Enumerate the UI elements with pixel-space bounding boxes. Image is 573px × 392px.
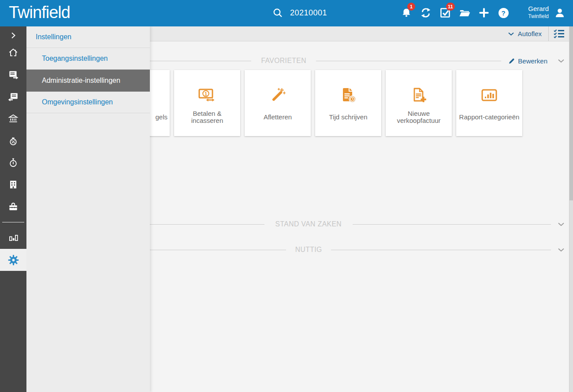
help-icon: ? [499,8,509,18]
menu-item-label: Omgevingsinstellingen [42,98,113,106]
user-avatar-button[interactable] [554,7,566,19]
favorite-tile-afletteren[interactable]: Afletteren [245,70,311,136]
user-organisation: Twinfield [528,13,549,20]
sidebar-item-toolbox[interactable] [0,198,26,215]
settings-flyout-menu: Instellingen Toegangsinstellingen Admini… [26,26,150,392]
divider-line [353,224,551,225]
edit-label: Bewerken [518,57,547,65]
tile-label: Tijd schrijven [315,109,381,126]
menu-item-toegangsinstellingen[interactable]: Toegangsinstellingen [26,48,150,70]
tile-label: Rapport-categorieën [456,109,522,126]
sidebar-item-home[interactable] [0,44,26,61]
favorite-tile-rapport-categorieen[interactable]: Rapport-categorieën [456,70,522,136]
menu-item-omgevingsinstellingen[interactable]: Omgevingsinstellingen [26,92,150,113]
favorite-tile-tijd-schrijven[interactable]: Tijd schrijven [315,70,381,136]
gear-icon [7,254,19,266]
divider-line [331,250,551,250]
collapse-chevron-icon[interactable] [558,59,564,63]
document-in-icon [7,91,19,102]
sidebar-item-company[interactable] [0,176,26,193]
pencil-icon [508,58,515,64]
stopwatch-icon [7,157,19,168]
building-icon [7,179,19,190]
notifications-button[interactable]: 1 [400,6,413,19]
tile-label: Nieuwe verkoopfactuur [386,109,452,126]
search-input[interactable]: 20210001 [290,8,327,18]
user-name: Gerard [528,4,549,13]
sidebar-item-sales-invoices[interactable] [0,66,26,83]
folder-open-icon [458,7,471,18]
menu-header-instellingen[interactable]: Instellingen [26,26,150,48]
files-button[interactable] [458,6,471,19]
menu-header-label: Instellingen [36,33,71,41]
plus-icon [478,7,490,18]
useful-title: NUTTIG [295,245,322,254]
sidebar-item-bank[interactable] [0,110,26,127]
chevron-down-icon [508,32,514,36]
autoflex-dropdown[interactable]: Autoflex [508,30,542,37]
checklist-button[interactable] [554,29,565,39]
tile-label: Afletteren [245,109,311,126]
home-icon [7,47,19,58]
svg-text:1: 1 [205,91,207,96]
edit-button[interactable]: Bewerken [508,57,547,65]
tile-label: Betalen & incasseren [174,109,240,126]
help-button[interactable]: ? [497,6,510,19]
chevron-right-icon [8,30,19,41]
collapse-chevron-icon[interactable] [558,248,564,252]
sidebar-item-purchase-invoices[interactable] [0,88,26,105]
app-window: Autoflex FAVORIETEN Bewerken [0,0,573,392]
divider-line [316,61,501,61]
checklist-icon [554,29,565,39]
sidebar [0,26,26,392]
sidebar-expand-button[interactable] [0,26,26,44]
bar-chart-icon [7,231,19,243]
scrollbar-thumb[interactable] [569,26,573,200]
toolbox-icon [7,201,19,212]
chart-panel-icon [481,89,498,102]
document-clock-icon [340,87,357,103]
money-transfer-icon: 1 [198,88,216,102]
sidebar-item-reports[interactable] [0,228,26,246]
sync-icon [420,7,432,18]
document-out-icon [7,69,19,80]
search-icon[interactable] [272,7,283,18]
percent-pouch-icon [7,135,19,146]
top-navigation-bar: Twinfield 20210001 1 [0,0,573,26]
notification-count-badge: 1 [407,3,415,11]
autoflex-label: Autoflex [518,30,542,37]
favorite-tile-nieuwe-verkoopfactuur[interactable]: Nieuwe verkoopfactuur [386,70,452,136]
vertical-scrollbar[interactable] [569,26,573,392]
add-button[interactable] [478,6,490,19]
magic-wand-icon [270,87,286,103]
sidebar-item-vat[interactable] [0,132,26,149]
bank-icon [7,113,19,124]
sidebar-item-time[interactable] [0,154,26,171]
sync-button[interactable] [420,6,432,19]
sidebar-item-settings-active[interactable] [0,249,26,271]
favorite-tile-betalen-incasseren[interactable]: 1 Betalen & incasseren [174,70,240,136]
favorites-title: FAVORIETEN [261,56,306,65]
user-icon [554,7,566,19]
menu-item-administratie-instellingen[interactable]: Administratie-instellingen [26,70,150,92]
status-title: STAND VAN ZAKEN [275,220,342,229]
collapse-chevron-icon[interactable] [558,222,564,226]
twinfield-logo[interactable]: Twinfield [9,3,70,22]
menu-item-label: Administratie-instellingen [42,77,120,85]
user-menu[interactable]: Gerard Twinfield [528,4,549,20]
task-count-badge: 11 [446,3,455,11]
sidebar-divider [2,222,24,222]
menu-item-label: Toegangsinstellingen [42,55,108,63]
toolbar-divider [548,26,549,41]
tasks-button[interactable]: 11 [439,6,451,19]
document-plus-icon [410,87,427,103]
